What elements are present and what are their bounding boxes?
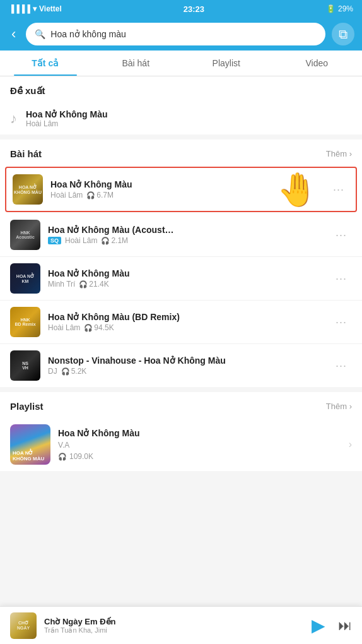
- thumb-content: HOA NỞKHÔNG MÀU: [13, 174, 43, 205]
- song-meta: Minh Trí 🎧 21.4K: [48, 280, 323, 289]
- song-info: Hoa Nở Không Màu Hoài Lâm 🎧 6.7M: [50, 179, 320, 200]
- song-thumbnail: NSVH: [10, 350, 40, 381]
- status-bar: ▐▐▐▐ ▾ Viettel 23:23 🔋 29%: [0, 0, 362, 18]
- more-options-button[interactable]: ···: [328, 181, 349, 199]
- battery-percent: 29%: [338, 4, 353, 13]
- tab-tat-ca[interactable]: Tất cả: [0, 51, 91, 76]
- search-bar[interactable]: 🔍: [26, 23, 325, 45]
- tab-video[interactable]: Video: [272, 51, 363, 76]
- more-options-button[interactable]: ···: [330, 357, 352, 375]
- suggestion-song-title: Hoa Nở Không Màu: [26, 109, 108, 119]
- artist-name: Minh Trí: [48, 280, 75, 289]
- wifi-icon: ▾: [33, 4, 37, 13]
- song-item[interactable]: HOA NỞKHÔNG MÀU Hoa Nở Không Màu Hoài Lâ…: [5, 167, 357, 212]
- headphone-icon: 🎧: [101, 237, 110, 245]
- headphone-icon: 🎧: [86, 191, 95, 200]
- song-meta: Hoài Lâm 🎧 6.7M: [50, 191, 320, 200]
- playlist-meta: V.A: [58, 441, 341, 450]
- song-info: Nonstop - Vinahouse - Hoa Nở Không Màu D…: [48, 355, 323, 376]
- now-playing-thumbnail: CHỜNGÀY: [10, 612, 37, 639]
- artist-name: Hoài Lâm: [65, 236, 97, 245]
- playlist-listen: 🎧 109.0K: [58, 452, 341, 461]
- song-meta: DJ 🎧 5.2K: [48, 367, 323, 376]
- song-meta: SQ Hoài Lâm 🎧 2.1M: [48, 236, 323, 245]
- more-options-button[interactable]: ···: [330, 270, 352, 288]
- song-thumbnail: HNKBD Remix: [10, 307, 40, 337]
- headphone-icon: 🎧: [84, 324, 93, 332]
- playlist-thumbnail: HOA NỞKHÔNG MÀU: [10, 424, 50, 465]
- song-item[interactable]: HOA NỞKM Hoa Nở Không Màu Minh Trí 🎧 21.…: [0, 257, 362, 301]
- header: ‹ 🔍 ⧉: [0, 18, 362, 51]
- playlist-info: Hoa Nở Không Màu V.A 🎧 109.0K: [58, 428, 341, 461]
- chevron-right-icon: ›: [349, 402, 352, 411]
- back-button[interactable]: ‹: [8, 23, 20, 45]
- song-item[interactable]: NSVH Nonstop - Vinahouse - Hoa Nở Không …: [0, 344, 362, 387]
- songs-title: Bài hát: [10, 148, 42, 159]
- songs-more-button[interactable]: Thêm ›: [326, 149, 352, 158]
- more-options-button[interactable]: ···: [330, 226, 352, 244]
- suggestion-title: Đề xuất: [10, 85, 45, 97]
- suggestion-item[interactable]: ♪ Hoa Nở Không Màu Hoài Lâm: [0, 103, 362, 134]
- filter-button[interactable]: ⧉: [332, 23, 354, 45]
- search-input[interactable]: [50, 29, 317, 39]
- artist-name: Hoài Lâm: [50, 191, 83, 200]
- song-thumbnail: HNKAcoustic: [10, 220, 40, 250]
- song-title: Nonstop - Vinahouse - Hoa Nở Không Màu: [48, 355, 323, 366]
- headphone-icon: 🎧: [79, 280, 88, 289]
- playlist-item[interactable]: HOA NỞKHÔNG MÀU Hoa Nở Không Màu V.A 🎧 1…: [0, 418, 362, 471]
- song-info: Hoa Nở Không Màu (BD Remix) Hoài Lâm 🎧 9…: [48, 312, 323, 332]
- song-title: Hoa Nở Không Màu: [48, 268, 323, 278]
- song-info: Hoa Nở Không Màu (Acoust… SQ Hoài Lâm 🎧 …: [48, 225, 323, 245]
- song-item[interactable]: HNKBD Remix Hoa Nở Không Màu (BD Remix) …: [0, 301, 362, 344]
- suggestion-text: Hoa Nở Không Màu Hoài Lâm: [26, 109, 108, 128]
- sq-badge: SQ: [48, 237, 61, 244]
- song-title: Hoa Nở Không Màu (Acoust…: [48, 225, 323, 235]
- listen-count: 🎧 94.5K: [84, 323, 114, 332]
- playlist-artist: V.A: [58, 441, 69, 450]
- suggestion-header: Đề xuất: [0, 76, 362, 103]
- suggestion-artist: Hoài Lâm: [26, 119, 108, 128]
- more-options-button[interactable]: ···: [330, 313, 352, 331]
- tabs-bar: Tất cả Bài hát Playlist Video: [0, 51, 362, 76]
- playlist-item-title: Hoa Nở Không Màu: [58, 428, 341, 438]
- status-right: 🔋 29%: [326, 4, 353, 13]
- signal-icon: ▐▐▐▐: [9, 4, 30, 13]
- song-thumbnail: HOA NỞKM: [10, 263, 40, 294]
- now-playing-bar: CHỜNGÀY Chờ Ngày Em Đến Trần Tuấn Kha, J…: [0, 606, 362, 644]
- filter-icon: ⧉: [339, 27, 347, 42]
- suggestion-section: Đề xuất ♪ Hoa Nở Không Màu Hoài Lâm: [0, 76, 362, 134]
- listen-count: 🎧 5.2K: [61, 367, 87, 376]
- status-time: 23:23: [184, 4, 204, 14]
- song-thumbnail: HOA NỞKHÔNG MÀU: [13, 174, 43, 205]
- song-info: Hoa Nở Không Màu Minh Trí 🎧 21.4K: [48, 268, 323, 289]
- battery-icon: 🔋: [326, 4, 336, 13]
- tab-playlist[interactable]: Playlist: [181, 51, 272, 76]
- chevron-right-icon: ›: [349, 149, 352, 158]
- listen-count: 🎧 2.1M: [101, 236, 128, 245]
- headphone-icon: 🎧: [58, 453, 67, 461]
- now-playing-info[interactable]: Chờ Ngày Em Đến Trần Tuấn Kha, Jimi: [44, 617, 304, 635]
- songs-header: Bài hát Thêm ›: [0, 140, 362, 165]
- song-meta: Hoài Lâm 🎧 94.5K: [48, 323, 323, 332]
- song-title: Hoa Nở Không Màu: [50, 179, 320, 189]
- search-icon: 🔍: [35, 29, 45, 39]
- playlist-more-button[interactable]: Thêm ›: [326, 402, 352, 411]
- tab-bai-hat[interactable]: Bài hát: [91, 51, 182, 76]
- music-note-icon: ♪: [10, 110, 17, 127]
- play-button[interactable]: ▶: [312, 615, 325, 636]
- playlist-section: Playlist Thêm › HOA NỞKHÔNG MÀU Hoa Nở K…: [0, 392, 362, 471]
- songs-section: Bài hát Thêm › HOA NỞKHÔNG MÀU Hoa Nở Kh…: [0, 140, 362, 387]
- next-button[interactable]: ⏭: [338, 617, 352, 634]
- artist-name: DJ: [48, 367, 57, 376]
- now-playing-title: Chờ Ngày Em Đến: [44, 617, 304, 626]
- playlist-header: Playlist Thêm ›: [0, 392, 362, 418]
- np-thumb-text: CHỜNGÀY: [17, 621, 30, 630]
- song-title: Hoa Nở Không Màu (BD Remix): [48, 312, 323, 322]
- song-item[interactable]: HNKAcoustic Hoa Nở Không Màu (Acoust… SQ…: [0, 213, 362, 257]
- now-playing-controls: ▶ ⏭: [312, 615, 352, 636]
- artist-name: Hoài Lâm: [48, 323, 80, 332]
- now-playing-artist: Trần Tuấn Kha, Jimi: [44, 626, 304, 635]
- chevron-right-icon: ›: [349, 439, 352, 450]
- status-carrier: ▐▐▐▐ ▾ Viettel: [9, 4, 62, 13]
- headphone-icon: 🎧: [61, 367, 70, 376]
